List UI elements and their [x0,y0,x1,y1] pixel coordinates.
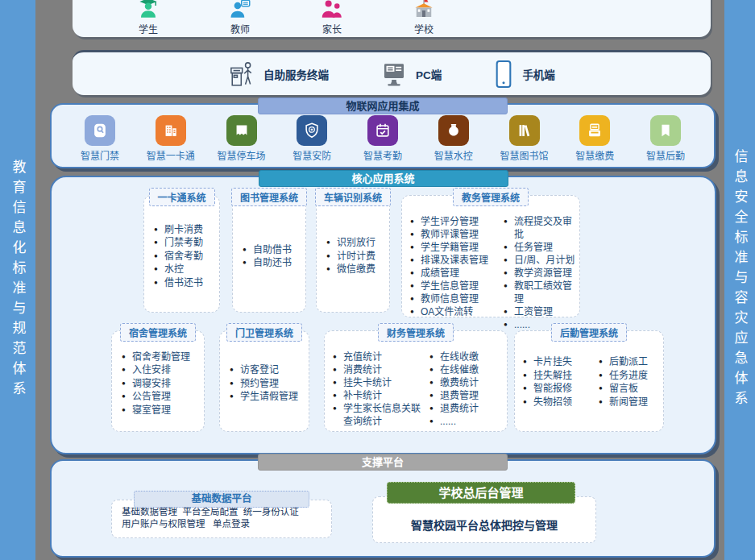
list-item: 宿舍考勤 [154,250,216,263]
user-student: 学生 [122,0,174,35]
iot-label: 智慧水控 [434,148,473,162]
system-card-onecard: 一卡通系统 刷卡消费 门禁考勤 宿舍考勤 水控 借书还书 [143,195,220,313]
iot-label: 智慧后勤 [646,148,685,162]
system-card-title: 后勤管理系统 [551,323,627,342]
base-platform-line: 基础数据管理 平台全局配置 统一身份认证 [122,506,321,518]
system-list: 自助借书 自助还书 [243,243,302,270]
iot-section: 物联网应用集成 智慧门禁 [50,103,716,168]
iot-label: 智慧停车场 [217,148,265,162]
user-label: 学校 [414,22,434,35]
list-item: 公告管理 [122,390,201,404]
iot-label: 智慧缴费 [575,148,614,162]
list-item: 任务管理 [504,241,576,254]
terminal-pc: PC端 [380,61,442,87]
iot-item-attendance: 智慧考勤 [352,115,413,162]
list-item: 微信缴费 [326,263,386,276]
system-card-finance: 财务管理系统 充值统计 消费统计 挂失卡统计 补卡统计 学生家长信息关联查询统计… [324,330,508,432]
core-section-title: 核心应用系统 [259,170,508,187]
system-list: 充值统计 消费统计 挂失卡统计 补卡统计 学生家长信息关联查询统计 [333,351,428,428]
iot-label: 智慧一卡通 [147,148,195,162]
terminal-phone: 手机端 [493,60,555,89]
list-item: 入住安排 [122,363,201,377]
system-list: 在线收缴 在线催缴 缴费统计 退费管理 退费统计 ...... [429,351,504,428]
parking-icon [226,115,257,146]
iot-item-payment: 智慧缴费 [564,115,625,162]
list-item: 排课及课表管理 [410,254,502,267]
iot-item-door-access: 智慧门禁 [69,115,131,162]
system-card-title: 车辆识别系统 [315,188,391,206]
list-item: 自助借书 [243,243,302,257]
list-item: 留言板 [599,382,660,396]
admin-platform-title: 学校总后台管理 [387,482,575,504]
iot-item-parking: 智慧停车场 [211,115,272,162]
system-card-title: 一卡通系统 [148,188,214,206]
list-item: 学生家长信息关联查询统计 [333,402,428,428]
list-item: 流程提交及审批 [504,215,576,241]
iot-item-library: 智慧图书馆 [494,115,555,162]
system-card-academic: 教务管理系统 学生评分管理 教师评课管理 学生学籍管理 排课及课表管理 成绩管理… [401,195,580,317]
right-pillar-label: 信息安全标准与容灾应急体系 [733,149,747,411]
core-section: 核心应用系统 一卡通系统 刷卡消费 门禁考勤 宿舍考勤 水控 借书还书 图书管理… [50,176,716,454]
list-item: 挂失解挂 [523,369,597,383]
list-item: 自助还书 [243,256,302,270]
kiosk-icon [228,60,255,89]
system-list: 刷卡消费 门禁考勤 宿舍考勤 水控 借书还书 [154,223,216,290]
list-item: 任务进度 [599,369,660,383]
terminals-band: 自助服务终端 PC端 手机端 [73,50,711,95]
water-icon [438,115,469,146]
list-item: 补卡统计 [333,389,428,402]
list-item: 失物招领 [523,396,597,409]
list-item: 充值统计 [333,351,428,363]
user-label: 家长 [322,22,342,35]
list-item: 寝室管理 [122,404,201,417]
student-icon [136,0,160,21]
list-item: 识别放行 [326,236,386,250]
list-item: 退费统计 [429,402,504,415]
list-item: 在线收缴 [429,351,504,363]
iot-label: 智慧门禁 [81,148,119,162]
iot-label: 智慧考勤 [363,148,402,162]
list-item: 缴费统计 [429,376,504,389]
list-item: 智能报修 [523,382,597,396]
system-card-logistics: 后勤管理系统 卡片挂失 挂失解挂 智能报修 失物招领 后勤派工 任务进度 留言板… [514,330,664,432]
system-card-library: 图书管理系统 自助借书 自助还书 [232,195,306,313]
list-item: 教学资源管理 [504,267,576,280]
terminal-kiosk: 自助服务终端 [228,60,329,89]
system-card-vehicle: 车辆识别系统 识别放行 计时计费 微信缴费 [316,195,390,313]
user-school: 学校 [398,0,450,35]
list-item: 调寝安排 [122,377,201,391]
right-pillar: 信息安全标准与容灾应急体系 [724,0,755,560]
users-band: 学生 教师 家长 [73,0,711,37]
list-item: 成绩管理 [410,267,502,280]
terminal-label: PC端 [416,66,442,82]
system-card-title: 宿舍管理系统 [120,323,196,342]
left-pillar: 教育信息化标准与规范体系 [0,0,35,560]
list-item: 学生信息管理 [410,280,502,292]
list-item: 教师信息管理 [410,292,502,305]
list-item: 水控 [154,263,216,276]
pc-icon [380,61,408,87]
system-card-gatekeeper: 门卫管理系统 访客登记 预约管理 学生请假管理 [219,330,309,432]
onecard-icon [156,115,186,146]
system-card-title: 财务管理系统 [378,323,454,342]
iot-item-security: 智慧安防 [281,115,342,162]
logistics-icon [650,115,681,146]
list-item: 工资管理 [504,305,576,318]
terminal-label: 手机端 [522,66,555,82]
list-item: 新闻管理 [599,396,660,409]
iot-item-logistics: 智慧后勤 [635,115,696,162]
system-card-title: 图书管理系统 [231,188,307,206]
list-item: 学生学籍管理 [410,241,502,254]
admin-platform-body: 智慧校园平台总体把控与管理 [411,516,558,533]
system-card-title: 门卫管理系统 [226,323,302,342]
system-list: 访客登记 预约管理 学生请假管理 [230,363,305,404]
list-item: 教职工绩效管理 [504,280,576,305]
list-item: 宿舍考勤管理 [122,351,201,364]
list-item: 退费管理 [429,389,504,402]
parents-icon [320,0,344,21]
system-list: 卡片挂失 挂失解挂 智能报修 失物招领 [523,355,597,409]
list-item: 门禁考勤 [154,236,216,250]
iot-section-title: 物联网应用集成 [258,97,508,114]
user-label: 教师 [230,22,250,35]
system-card-title: 教务管理系统 [453,188,529,206]
